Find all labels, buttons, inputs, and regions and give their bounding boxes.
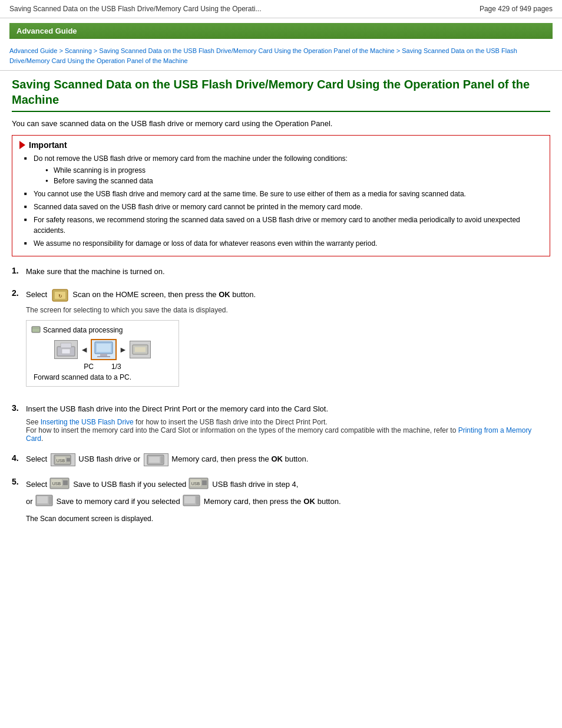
scan-diagram-title: Scanned data processing xyxy=(31,325,174,335)
svg-rect-33 xyxy=(184,496,195,503)
scan-diagram: Scanned data processing ◄ xyxy=(26,320,179,387)
svg-rect-3 xyxy=(32,327,40,332)
advanced-guide-banner: Advanced Guide xyxy=(9,23,553,39)
important-triangle-icon xyxy=(19,141,25,149)
scan-arrow-left: ◄ xyxy=(80,345,88,354)
step-2-header: 2. Select ↻ Scan on the HOME screen, the… xyxy=(12,288,550,302)
step-2-number: 2. xyxy=(12,288,24,298)
banner-label: Advanced Guide xyxy=(16,27,77,35)
save-memory-icon xyxy=(35,494,54,509)
usb-icon-step5: USB xyxy=(189,477,210,492)
svg-text:↻: ↻ xyxy=(58,294,62,299)
scan-icon-center xyxy=(91,339,117,360)
step-5-header: 5. Select USB Save to USB flash if you s… xyxy=(12,477,550,511)
breadcrumb: Advanced Guide > Scanning > Saving Scann… xyxy=(0,44,562,71)
step-1-number: 1. xyxy=(12,266,24,275)
important-item-5: We assume no responsibility for damage o… xyxy=(24,238,543,249)
svg-rect-16 xyxy=(67,458,70,462)
main-content: Saving Scanned Data on the USB Flash Dri… xyxy=(0,71,562,539)
step-5: 5. Select USB Save to USB flash if you s… xyxy=(12,477,550,523)
step-3: 3. Insert the USB flash drive into the D… xyxy=(12,403,550,443)
usb-flash-icon-4: USB xyxy=(51,453,75,466)
important-sublist-1: While scanning is in progress Before sav… xyxy=(34,165,543,186)
svg-rect-19 xyxy=(149,457,160,463)
pc-label: PC xyxy=(84,363,94,371)
scan-home-icon: ↻ xyxy=(51,288,69,302)
svg-text:USB: USB xyxy=(191,482,200,486)
important-subitem-1a: While scanning is in progress xyxy=(45,165,543,176)
step-3-header: 3. Insert the USB flash drive into the D… xyxy=(12,403,550,415)
svg-text:USB: USB xyxy=(57,459,65,463)
page-num: 1/3 xyxy=(111,363,121,371)
important-subitem-1b: Before saving the scanned data xyxy=(45,176,543,186)
important-item-4: For safety reasons, we recommend storing… xyxy=(24,215,543,236)
step-5-number: 5. xyxy=(12,477,24,486)
svg-rect-20 xyxy=(161,456,164,463)
breadcrumb-scanning[interactable]: Scanning xyxy=(65,47,92,54)
scan-arrow-right: ► xyxy=(119,345,127,354)
important-box: Important Do not remove the USB flash dr… xyxy=(12,135,550,256)
svg-rect-30 xyxy=(37,496,48,503)
scan-diagram-icons: ◄ ► xyxy=(31,339,174,360)
step-5-sub: The Scan document screen is displayed. xyxy=(12,515,550,523)
page-info: Page 429 of 949 pages xyxy=(480,5,553,13)
step-3-text: Insert the USB flash drive into the Dire… xyxy=(26,403,328,415)
memory-card-icon-4 xyxy=(144,453,168,466)
important-item-2: You cannot use the USB flash drive and m… xyxy=(24,189,543,199)
svg-rect-23 xyxy=(63,480,68,485)
save-usb-icon: USB xyxy=(49,477,71,492)
step-5-line2: or Save to memory card if you selected xyxy=(26,494,341,509)
svg-rect-7 xyxy=(62,349,70,354)
breadcrumb-advanced-guide[interactable]: Advanced Guide xyxy=(9,47,57,54)
inserting-usb-link[interactable]: Inserting the USB Flash Drive xyxy=(41,418,134,426)
important-item-1: Do not remove the USB flash drive or mem… xyxy=(24,153,543,186)
important-header: Important xyxy=(19,140,543,150)
svg-rect-13 xyxy=(135,347,146,352)
step-5-line1: Select USB Save to USB flash if you sele… xyxy=(26,477,341,492)
step-3-sub: See Inserting the USB Flash Drive for ho… xyxy=(12,418,550,443)
step-4-header: 4. Select USB USB flash drive or xyxy=(12,453,550,466)
svg-rect-27 xyxy=(202,480,207,485)
intro-text: You can save scanned data on the USB fla… xyxy=(12,119,550,128)
page-title-header: Saving Scanned Data on the USB Flash Dri… xyxy=(9,5,262,13)
step-4-number: 4. xyxy=(12,453,24,463)
printing-memory-card-link[interactable]: Printing from a Memory Card xyxy=(26,426,531,443)
breadcrumb-saving-link[interactable]: Saving Scanned Data on the USB Flash Dri… xyxy=(99,47,394,54)
svg-rect-11 xyxy=(97,356,110,357)
step-4: 4. Select USB USB flash drive or xyxy=(12,453,550,466)
step-5-content: Select USB Save to USB flash if you sele… xyxy=(26,477,341,511)
important-list: Do not remove the USB flash drive or mem… xyxy=(19,153,543,249)
scan-label-row: PC 1/3 xyxy=(31,363,174,371)
step-1-header: 1. Make sure that the machine is turned … xyxy=(12,266,550,278)
scan-icon-right xyxy=(130,341,151,358)
step-3-number: 3. xyxy=(12,403,24,413)
memory-icon-step5 xyxy=(183,494,201,509)
svg-rect-34 xyxy=(196,496,199,505)
important-item-3: Scanned data saved on the USB flash driv… xyxy=(24,202,543,212)
step-4-text: Select USB USB flash drive or xyxy=(26,453,308,466)
page-title: Saving Scanned Data on the USB Flash Dri… xyxy=(12,77,550,112)
step-2-text: Select ↻ Scan on the HOME screen, then p… xyxy=(26,288,256,302)
svg-rect-6 xyxy=(61,343,71,348)
important-label: Important xyxy=(29,140,67,150)
step-1-text: Make sure that the machine is turned on. xyxy=(26,266,165,278)
scan-diagram-title-icon xyxy=(31,325,41,335)
page-header: Saving Scanned Data on the USB Flash Dri… xyxy=(0,0,562,18)
svg-rect-31 xyxy=(49,496,52,505)
scan-description: Forward scanned data to a PC. xyxy=(31,373,174,381)
svg-rect-9 xyxy=(97,344,111,352)
step-1: 1. Make sure that the machine is turned … xyxy=(12,266,550,278)
step-2-sub: The screen for selecting to which you sa… xyxy=(12,306,550,314)
svg-text:USB: USB xyxy=(52,482,61,486)
scan-icon-left xyxy=(54,340,78,359)
step-2: 2. Select ↻ Scan on the HOME screen, the… xyxy=(12,288,550,393)
svg-rect-10 xyxy=(100,354,107,356)
